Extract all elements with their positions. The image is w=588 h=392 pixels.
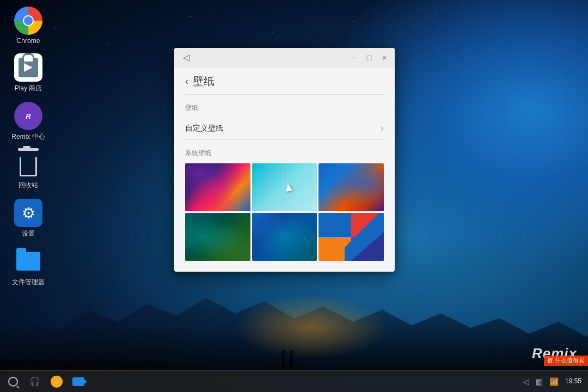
update-icon: ↓ (51, 376, 63, 388)
dialog-titlebar: ◁ − □ × (174, 48, 395, 68)
desktop-icon-files[interactable]: 文件管理器 (7, 247, 50, 287)
watermark-badge: 值 什么值得买 (544, 356, 588, 366)
dialog-body: ‹ 壁纸 壁纸 自定义壁纸 › 系统壁纸 (174, 68, 395, 272)
settings-label: 设置 (22, 229, 35, 238)
taskbar-left: 🎧 ↓ (0, 375, 85, 388)
desktop-icons-container: Chrome Play 商店 R Remix 中心 回收站 ⚙ 设置 (7, 7, 50, 287)
trash-label: 回收站 (19, 181, 38, 190)
landscape-glow (235, 294, 388, 359)
maximize-button[interactable]: □ (363, 52, 375, 64)
taskbar: 🎧 ↓ ◁ ▦ 📶 19:55 (0, 370, 588, 392)
custom-wallpaper-row[interactable]: 自定义壁纸 › (185, 117, 384, 140)
play-label: Play 商店 (15, 84, 42, 93)
camera-icon (72, 377, 84, 386)
headphone-icon: 🎧 (29, 376, 40, 387)
desktop-icon-chrome[interactable]: Chrome (7, 7, 50, 45)
update-taskbar-button[interactable]: ↓ (50, 375, 63, 388)
system-wallpapers-label: 系统壁纸 (185, 149, 384, 158)
wp6-q1 (318, 213, 351, 237)
time-display: 19:55 (565, 377, 581, 386)
wifi-icon[interactable]: 📶 (549, 377, 559, 386)
play-arrow-icon (24, 63, 33, 72)
wp6-q4 (351, 237, 384, 261)
watermark-text: 值 什么值得买 (547, 357, 585, 365)
desktop-icon-play[interactable]: Play 商店 (7, 53, 50, 93)
wallpaper-thumb-aurora[interactable] (185, 163, 250, 211)
trash-handle (23, 146, 30, 148)
files-icon (14, 247, 42, 275)
headphone-taskbar-button[interactable]: 🎧 (28, 375, 41, 388)
material-grid (318, 213, 384, 261)
chrome-label: Chrome (17, 37, 40, 45)
clock: 19:55 (565, 377, 581, 386)
wallpaper-thumb-cyan[interactable] (252, 163, 317, 211)
close-button[interactable]: × (378, 52, 390, 64)
desktop-icon-trash[interactable]: 回收站 (7, 150, 50, 190)
wallpaper-thumb-ocean[interactable] (185, 213, 250, 261)
trash-body (20, 157, 37, 176)
wallpaper-dialog: ◁ − □ × ‹ 壁纸 壁纸 自定义壁纸 › 系统壁纸 (174, 48, 395, 272)
person-2 (290, 354, 293, 369)
wallpaper-grid (185, 163, 384, 261)
dialog-title-row: ‹ 壁纸 (185, 74, 384, 95)
dialog-nav-back-button[interactable]: ◁ (179, 50, 194, 65)
back-nav-icon[interactable]: ◁ (523, 377, 529, 386)
trash-lid (18, 148, 39, 151)
wp6-q2 (351, 213, 384, 237)
desktop-icon-settings[interactable]: ⚙ 设置 (7, 199, 50, 238)
taskbar-right: ◁ ▦ 📶 19:55 (523, 377, 588, 386)
gear-icon: ⚙ (22, 204, 35, 222)
chrome-icon (14, 7, 42, 35)
wallpaper-section-label: 壁纸 (185, 103, 384, 113)
dialog-title: 壁纸 (193, 74, 215, 89)
person-1 (282, 354, 285, 369)
custom-wallpaper-text: 自定义壁纸 (185, 124, 223, 133)
camera-taskbar-button[interactable] (72, 375, 85, 388)
chevron-right-icon: › (381, 122, 384, 134)
mouse-cursor (285, 183, 292, 192)
files-label: 文件管理器 (12, 278, 45, 287)
wallpaper-thumb-material[interactable] (318, 213, 384, 261)
search-taskbar-button[interactable] (7, 375, 20, 388)
play-store-icon (14, 53, 42, 82)
wp6-q3 (318, 237, 351, 261)
wallpaper-thumb-dark-blue[interactable] (252, 213, 317, 261)
wallpaper-thumb-mountain[interactable] (318, 163, 384, 211)
window-switch-icon[interactable]: ▦ (536, 377, 543, 386)
folder-icon (16, 252, 40, 271)
search-icon (8, 377, 18, 387)
desktop-icon-remix[interactable]: R Remix 中心 (7, 102, 50, 142)
back-arrow-icon[interactable]: ‹ (185, 76, 188, 87)
silhouettes (282, 354, 293, 369)
trash-icon (14, 150, 42, 179)
remix-center-icon: R (14, 102, 42, 130)
play-store-bag (19, 58, 38, 77)
remix-center-label: Remix 中心 (11, 132, 45, 142)
settings-icon: ⚙ (14, 199, 42, 227)
minimize-button[interactable]: − (348, 52, 360, 64)
window-controls: − □ × (348, 52, 390, 64)
